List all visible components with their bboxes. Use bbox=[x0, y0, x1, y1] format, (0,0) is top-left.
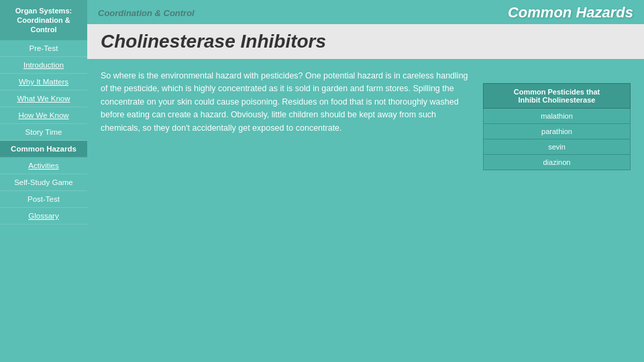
table-header-line2: Inhibit Cholinesterase bbox=[519, 96, 596, 104]
sidebar-item-introduction[interactable]: Introduction bbox=[0, 57, 87, 74]
top-bar-left-label: Coordination & Control bbox=[98, 8, 195, 18]
page-title: Cholinesterase Inhibitors bbox=[101, 31, 326, 52]
sidebar-item-pre-test[interactable]: Pre-Test bbox=[0, 40, 87, 57]
table-row: parathion bbox=[483, 124, 631, 139]
top-bar: Coordination & Control Common Hazards bbox=[87, 0, 644, 24]
sidebar-item-post-test[interactable]: Post-Test bbox=[0, 191, 87, 208]
sidebar-item-story-time[interactable]: Story Time bbox=[0, 124, 87, 141]
table-row: malathion bbox=[483, 109, 631, 124]
table-header: Common Pesticides that Inhibit Cholinest… bbox=[483, 83, 631, 109]
page-title-bar: Cholinesterase Inhibitors bbox=[87, 24, 644, 59]
sidebar-item-how-we-know[interactable]: How We Know bbox=[0, 107, 87, 124]
body-text: So where is the environmental hazard wit… bbox=[101, 70, 470, 351]
pesticides-table: Common Pesticides that Inhibit Cholinest… bbox=[483, 83, 631, 170]
sidebar-item-why-it-matters[interactable]: Why It Matters bbox=[0, 74, 87, 90]
sidebar-item-what-we-know[interactable]: What We Know bbox=[0, 90, 87, 107]
top-bar-right-label: Common Hazards bbox=[508, 4, 633, 21]
sidebar-header-label: Organ Systems: Coordination & Control bbox=[4, 6, 83, 35]
main-content: Coordination & Control Common Hazards Ch… bbox=[87, 0, 644, 362]
sidebar-item-self-study-game[interactable]: Self-Study Game bbox=[0, 174, 87, 191]
sidebar-item-common-hazards[interactable]: Common Hazards bbox=[0, 141, 87, 158]
table-row: diazinon bbox=[483, 155, 631, 170]
sidebar: Organ Systems: Coordination & Control Pr… bbox=[0, 0, 87, 362]
content-area: So where is the environmental hazard wit… bbox=[87, 59, 644, 362]
sidebar-item-activities[interactable]: Activities bbox=[0, 158, 87, 174]
sidebar-header: Organ Systems: Coordination & Control bbox=[0, 0, 87, 40]
sidebar-item-glossary[interactable]: Glossary bbox=[0, 208, 87, 225]
table-header-line1: Common Pesticides that bbox=[514, 88, 600, 96]
table-row: sevin bbox=[483, 139, 631, 155]
